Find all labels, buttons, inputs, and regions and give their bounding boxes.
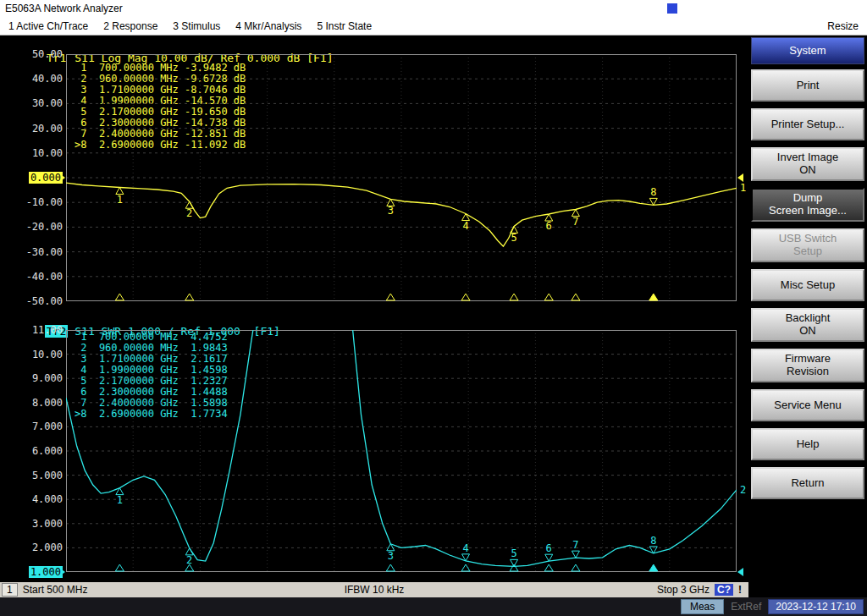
tr1-ytick-0-000: 0.000: [15, 172, 63, 184]
marker-5-number: 5: [511, 547, 516, 559]
marker-7-number: 7: [572, 539, 578, 551]
extref-indicator: ExtRef: [731, 601, 761, 613]
marker-3-stimulus-tick: [386, 294, 395, 300]
marker-6-stimulus-tick: [544, 294, 553, 300]
tr2-trace-number-indicator: 2: [740, 484, 746, 496]
tr1-plot[interactable]: 12345678: [66, 54, 737, 301]
marker-6-glyph: [545, 554, 553, 561]
marker-6-number: 6: [546, 220, 552, 232]
ifbw-label: IFBW 10 kHz: [0, 584, 748, 596]
softkey-backlight-on[interactable]: BacklightON: [751, 308, 864, 342]
stop-frequency-label: Stop 3 GHz: [657, 584, 710, 596]
network-analyzer-screen: E5063A Network Analyzer 1 Active Ch/Trac…: [0, 0, 867, 616]
tr1-ytick-10-00: 10.00: [15, 147, 63, 160]
marker-8-number: 8: [650, 186, 656, 198]
softkey-return[interactable]: Return: [751, 467, 864, 499]
tr1-ytick-10-00: -10.00: [15, 196, 63, 209]
softkey-print[interactable]: Print: [751, 69, 864, 102]
marker-3-number: 3: [388, 550, 394, 562]
softkey-dump-screen-image[interactable]: DumpScreen Image...: [751, 188, 864, 222]
tr2-ytick-1-000: 1.000: [15, 566, 63, 579]
softkey-service-menu[interactable]: Service Menu: [751, 389, 864, 421]
tr1-ytick-50-00: -50.00: [15, 295, 63, 308]
marker-5-stimulus-tick: [510, 564, 518, 571]
marker-5-glyph: [511, 559, 518, 566]
warning-indicator: !: [738, 584, 742, 596]
start-frequency-label: Start 500 MHz: [23, 584, 88, 596]
datetime-display: 2023-12-12 17:10: [768, 599, 864, 614]
marker-5-number: 5: [511, 232, 516, 244]
marker-8-stimulus-tick: [649, 294, 658, 300]
tr1-ytick-30-00: 30.00: [15, 97, 63, 110]
softkey-menu-title: System: [751, 37, 864, 64]
tr1-ytick-20-00: 20.00: [15, 123, 63, 135]
softkey-misc-setup[interactable]: Misc Setup: [751, 269, 864, 301]
display-area: Tr1 S11 Log Mag 10.00 dB/ Ref 0.000 dB […: [0, 36, 748, 597]
tr2-ytick-3-000: 3.000: [15, 518, 63, 531]
marker-6-stimulus-tick: [544, 564, 553, 571]
marker-4-number: 4: [462, 542, 468, 554]
tr2-ytick-5-000: 5.000: [15, 470, 63, 482]
marker-7-stimulus-tick: [572, 564, 580, 571]
marker-2-stimulus-tick: [185, 294, 194, 300]
softkey-usb-switch-setup: USB SwitchSetup: [751, 228, 864, 262]
menu-item-5-instr-state[interactable]: 5 Instr State: [317, 20, 372, 32]
marker-3-stimulus-tick: [386, 564, 395, 571]
menubar-items: 1 Active Ch/Trace2 Response3 Stimulus4 M…: [8, 20, 372, 32]
tr2-ref-level-arrow-right: [737, 568, 743, 576]
menu-item-1-active-ch-trace[interactable]: 1 Active Ch/Trace: [8, 20, 88, 32]
marker-7-number: 7: [572, 216, 578, 228]
channel-statusbar: 1 Start 500 MHz IFBW 10 kHz Stop 3 GHz C…: [0, 582, 748, 597]
marker-8-number: 8: [650, 535, 656, 547]
marker-1-number: 1: [117, 494, 123, 506]
marker-8-stimulus-tick: [649, 564, 658, 571]
marker-8-glyph: [649, 198, 657, 205]
softkey-invert-image-on[interactable]: Invert ImageON: [751, 147, 864, 181]
softkey-list: PrintPrinter Setup...Invert ImageONDumpS…: [750, 69, 865, 499]
tr1-ref-level-arrow-right: [737, 173, 743, 182]
tr2-plot[interactable]: 12345678: [66, 330, 737, 572]
window-titlebar: E5063A Network Analyzer: [0, 0, 867, 17]
softkey-help[interactable]: Help: [751, 428, 864, 460]
menu-item-3-stimulus[interactable]: 3 Stimulus: [173, 20, 220, 32]
tr1-ytick-50-00: 50.00: [15, 48, 63, 61]
tr1-trace: [66, 183, 737, 246]
marker-7-glyph: [572, 551, 579, 558]
tr2-ytick-7-000: 7.000: [15, 421, 63, 433]
menu-item-2-response[interactable]: 2 Response: [103, 20, 157, 32]
system-statusbar: Meas ExtRef 2023-12-12 17:10: [0, 597, 867, 616]
marker-6-number: 6: [546, 542, 552, 554]
tr2-ytick-2-000: 2.000: [15, 542, 63, 554]
tr2-ytick-6-000: 6.000: [15, 445, 63, 458]
tr2-trace: [66, 330, 737, 566]
tr2-ytick-11-00: 11.00: [15, 324, 63, 337]
tr2-ytick-10-00: 10.00: [15, 349, 63, 361]
marker-1-stimulus-tick: [115, 564, 124, 571]
marker-1-number: 1: [117, 194, 123, 206]
marker-2-number: 2: [186, 207, 192, 219]
correction-status-badge: C?: [715, 584, 733, 596]
marker-3-number: 3: [388, 205, 394, 217]
softkey-printer-setup[interactable]: Printer Setup...: [751, 108, 864, 140]
tr2-ytick-9-000: 9.000: [15, 372, 63, 385]
marker-5-stimulus-tick: [510, 294, 518, 300]
tr1-ytick-20-00: -20.00: [15, 221, 63, 234]
menubar: 1 Active Ch/Trace2 Response3 Stimulus4 M…: [0, 17, 867, 36]
tr2-ytick-8-000: 8.000: [15, 397, 63, 410]
marker-7-stimulus-tick: [572, 294, 580, 300]
tr2-ytick-4-000: 4.000: [15, 493, 63, 506]
tr1-ytick-30-00: -30.00: [15, 246, 63, 259]
softkey-firmware-revision[interactable]: FirmwareRevision: [751, 349, 864, 382]
menu-resize[interactable]: Resize: [827, 20, 859, 32]
window-icon: [667, 3, 677, 14]
menu-item-4-mkr-analysis[interactable]: 4 Mkr/Analysis: [235, 20, 301, 32]
marker-1-stimulus-tick: [115, 294, 124, 300]
marker-4-number: 4: [462, 220, 468, 232]
meas-status-indicator: Meas: [681, 599, 724, 614]
tr1-ytick-40-00: 40.00: [15, 73, 63, 85]
tr1-trace-number-indicator: 1: [740, 182, 746, 194]
tr1-ytick-40-00: -40.00: [15, 271, 63, 283]
softkey-panel: System PrintPrinter Setup...Invert Image…: [748, 36, 867, 597]
channel-number: 1: [2, 583, 18, 597]
window-title: E5063A Network Analyzer: [5, 3, 123, 14]
